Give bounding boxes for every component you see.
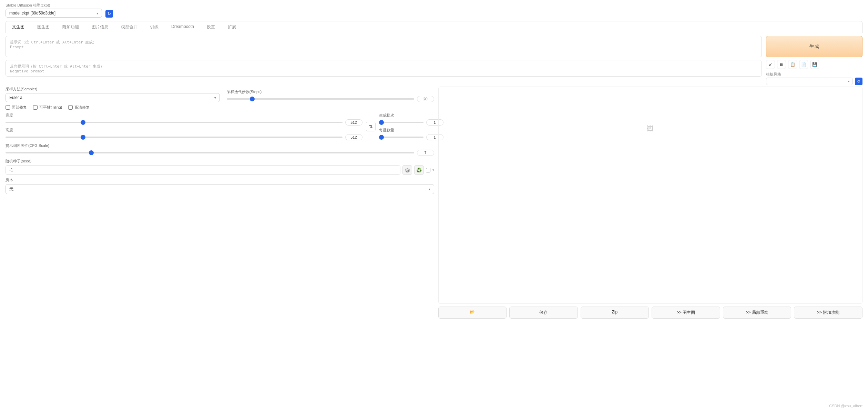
steps-slider[interactable]	[227, 98, 414, 100]
script-select[interactable]: 无 ▾	[6, 184, 434, 194]
tab-settings[interactable]: 设置	[201, 21, 222, 33]
tab-extensions[interactable]: 扩展	[222, 21, 243, 33]
sampler-select[interactable]: Euler a ▾	[6, 93, 220, 102]
height-label: 高度	[6, 128, 362, 133]
refresh-styles-button[interactable]: ↻	[855, 78, 862, 85]
height-slider[interactable]	[6, 137, 343, 138]
style-create-button[interactable]: 📄	[799, 60, 808, 69]
send-inpaint-button[interactable]: >> 局部重绘	[723, 307, 792, 319]
chevron-down-icon: ▾	[429, 187, 430, 191]
batch-count-slider[interactable]	[379, 122, 423, 123]
send-img2img-button[interactable]: >> 图生图	[652, 307, 720, 319]
script-label: 脚本	[6, 178, 434, 183]
chevron-down-icon[interactable]: ▾	[432, 168, 434, 172]
style-label: 模板风格	[766, 72, 862, 77]
chevron-down-icon: ▾	[214, 96, 216, 100]
checkpoint-value: model.ckpt [89d59c3dde]	[9, 11, 55, 16]
clear-button[interactable]: 🗑	[777, 60, 786, 69]
refresh-icon: ↻	[108, 11, 111, 16]
tiling-check[interactable]: 可平铺(Tiling)	[33, 105, 62, 110]
height-value[interactable]: 512	[345, 134, 362, 140]
list-icon: 📄	[801, 62, 806, 67]
tab-train[interactable]: 训练	[144, 21, 165, 33]
swap-dimensions-button[interactable]: ⇅	[366, 122, 376, 131]
steps-label: 采样迭代步数(Steps)	[227, 89, 434, 94]
send-extras-button[interactable]: >> 附加功能	[794, 307, 862, 319]
sampler-value: Euler a	[9, 95, 22, 100]
cfg-slider[interactable]	[6, 152, 414, 153]
width-value[interactable]: 512	[345, 119, 362, 126]
arrow-icon: ↙	[769, 62, 772, 67]
face-restore-check[interactable]: 面部修复	[6, 105, 27, 110]
cfg-value[interactable]: 7	[417, 150, 434, 156]
clipboard-icon: 📋	[790, 62, 795, 67]
prompt-input[interactable]	[6, 36, 762, 57]
script-value: 无	[9, 186, 13, 192]
seed-input[interactable]	[6, 165, 400, 175]
chevron-down-icon: ▾	[848, 80, 850, 83]
trash-icon: 🗑	[779, 62, 784, 67]
tab-merge[interactable]: 模型合并	[115, 21, 144, 33]
steps-value[interactable]: 20	[417, 96, 434, 102]
seed-label: 随机种子(seed)	[6, 159, 434, 164]
dice-icon: 🎲	[405, 168, 410, 173]
random-seed-button[interactable]: 🎲	[402, 165, 412, 175]
chevron-down-icon: ▾	[96, 11, 98, 15]
generate-button[interactable]: 生成	[766, 36, 862, 57]
open-folder-button[interactable]: 📂	[438, 307, 507, 319]
style-select[interactable]: ▾	[766, 78, 853, 85]
tab-extras[interactable]: 附加功能	[56, 21, 85, 33]
width-slider[interactable]	[6, 122, 343, 123]
save-button[interactable]: 保存	[509, 307, 578, 319]
tab-txt2img[interactable]: 文生图	[6, 21, 31, 33]
output-preview: 🖼	[438, 87, 863, 304]
checkpoint-label: Stable Diffusion 模型(ckpt)	[6, 3, 102, 8]
negative-prompt-input[interactable]	[6, 60, 762, 77]
tab-img2img[interactable]: 图生图	[31, 21, 56, 33]
tab-dreambooth[interactable]: Dreambooth	[165, 21, 201, 33]
cfg-label: 提示词相关性(CFG Scale)	[6, 143, 434, 148]
extra-seed-check[interactable]	[426, 168, 430, 172]
width-label: 宽度	[6, 113, 362, 118]
swap-icon: ⇅	[369, 124, 373, 129]
style-apply-button[interactable]: 📋	[788, 60, 797, 69]
recycle-icon: ♻️	[416, 168, 422, 173]
hires-check[interactable]: 高清修复	[68, 105, 90, 110]
refresh-checkpoint-button[interactable]: ↻	[105, 10, 113, 18]
checkpoint-select[interactable]: model.ckpt [89d59c3dde] ▾	[6, 9, 102, 18]
save-icon: 💾	[812, 62, 817, 67]
main-tabs: 文生图 图生图 附加功能 图片信息 模型合并 训练 Dreambooth 设置 …	[6, 21, 862, 33]
interrogate-button[interactable]: ↙	[766, 60, 775, 69]
batch-count-label: 生成批次	[379, 113, 434, 118]
batch-size-slider[interactable]	[379, 137, 423, 138]
reuse-seed-button[interactable]: ♻️	[414, 165, 424, 175]
image-placeholder-icon: 🖼	[647, 125, 654, 133]
refresh-icon: ↻	[857, 79, 860, 84]
tab-pnginfo[interactable]: 图片信息	[85, 21, 115, 33]
zip-button[interactable]: Zip	[581, 307, 649, 319]
batch-size-label: 每批数量	[379, 128, 434, 133]
save-style-button[interactable]: 💾	[810, 60, 819, 69]
sampler-label: 采样方法(Sampler)	[6, 87, 220, 92]
